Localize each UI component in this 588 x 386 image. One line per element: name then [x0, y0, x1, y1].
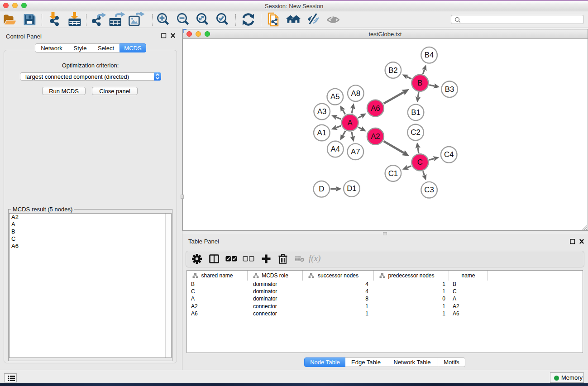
svg-text:C3: C3: [424, 186, 434, 194]
svg-text:A8: A8: [351, 89, 361, 98]
svg-text:A7: A7: [351, 148, 360, 156]
svg-text:B3: B3: [445, 85, 454, 94]
svg-text:A2: A2: [371, 132, 380, 141]
svg-text:B: B: [417, 79, 422, 87]
svg-text:A3: A3: [317, 107, 327, 116]
svg-text:C: C: [417, 158, 423, 167]
svg-text:A1: A1: [317, 129, 327, 137]
svg-text:f(x): f(x): [309, 254, 320, 263]
svg-text:B2: B2: [388, 66, 398, 75]
svg-text:A: A: [347, 119, 353, 127]
svg-text:B4: B4: [425, 51, 434, 59]
svg-text:A4: A4: [331, 145, 340, 153]
svg-text:A6: A6: [371, 104, 380, 113]
svg-text:D1: D1: [347, 184, 356, 193]
svg-text:B1: B1: [411, 108, 421, 117]
svg-text:A5: A5: [330, 92, 340, 101]
svg-text:C4: C4: [444, 150, 454, 159]
svg-text:D: D: [319, 185, 324, 193]
svg-text:C2: C2: [411, 128, 420, 137]
svg-text:C1: C1: [388, 169, 398, 178]
